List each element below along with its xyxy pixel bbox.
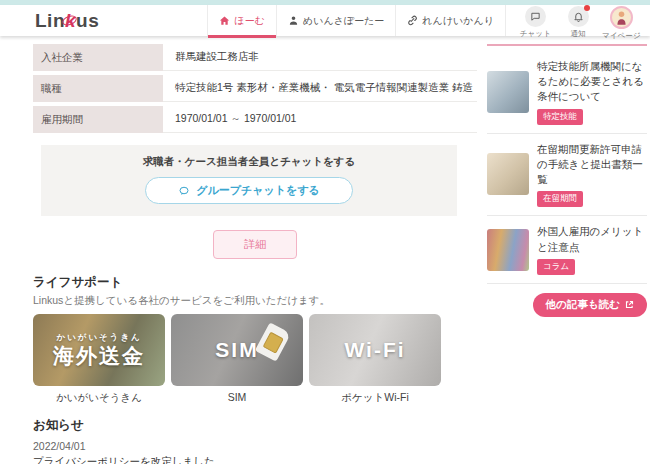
mypage-button[interactable]: マイページ <box>604 6 638 41</box>
row-value: 特定技能1号 素形材・産業機械・ 電気電子情報関連製造業 鋳造 <box>163 75 477 102</box>
notification-badge-dot <box>584 5 590 11</box>
nav-home-label: ほーむ <box>234 14 264 28</box>
more-articles-wrap: 他の記事も読む <box>487 293 647 317</box>
chat-bubble-icon <box>525 6 546 27</box>
page-body: 入社企業 群馬建設工務店非 職種 特定技能1号 素形材・産業機械・ 電気電子情報… <box>0 36 650 464</box>
card-caption: かいがいそうきん <box>33 391 165 405</box>
person-icon <box>288 15 299 26</box>
article-title: 外国人雇用のメリットと注意点 <box>537 224 647 254</box>
external-link-icon <box>625 300 634 309</box>
group-chat-button[interactable]: グループチャットをする <box>145 177 353 204</box>
card-sim[interactable]: SIM SIM <box>171 314 303 405</box>
card-pocket-wifi[interactable]: Wi-Fi ポケットWi-Fi <box>309 314 441 405</box>
card-caption: SIM <box>171 391 303 403</box>
table-row: 入社企業 群馬建設工務店非 <box>33 44 477 71</box>
more-articles-button[interactable]: 他の記事も読む <box>533 293 647 317</box>
card-overlay-large: 海外送金 <box>53 344 145 367</box>
article-thumbnail <box>487 229 529 271</box>
logo-k-swoosh: k <box>65 10 76 32</box>
header-icon-group: チャット 通知 マイページ <box>505 5 642 36</box>
sim-photo: SIM <box>171 314 303 386</box>
table-row: 職種 特定技能1号 素形材・産業機械・ 電気電子情報関連製造業 鋳造 <box>33 75 477 102</box>
mypage-label: マイページ <box>602 30 641 40</box>
sidebar: 特定技能所属機関になるために必要とされる条件について 特定技能 在留期間更新許可… <box>487 44 647 464</box>
nav-linkage-label: れんけいかんり <box>422 14 494 28</box>
main-nav: ほーむ めいんさぽーたー れんけいかんり チャット <box>207 5 642 36</box>
logo-text-lin: Lin <box>35 10 65 32</box>
card-overseas-remittance[interactable]: かいがいそうきん 海外送金 かいがいそうきん <box>33 314 165 405</box>
header: Linkus ほーむ めいんさぽーたー れんけいかんり <box>0 5 650 36</box>
profile-table: 入社企業 群馬建設工務店非 職種 特定技能1号 素形材・産業機械・ 電気電子情報… <box>33 44 477 133</box>
article-item[interactable]: 在留期間更新許可申請の手続きと提出書類一覧 在留期間 <box>487 134 647 217</box>
sim-card-icon <box>255 322 291 362</box>
news-date: 2022/04/01 <box>33 440 477 452</box>
table-row: 雇用期間 1970/01/01 ～ 1970/01/01 <box>33 106 477 133</box>
main-column: 入社企業 群馬建設工務店非 職種 特定技能1号 素形材・産業機械・ 電気電子情報… <box>10 44 477 464</box>
chat-section-caption: 求職者・ケース担当者全員とチャットをする <box>51 155 447 169</box>
wifi-photo: Wi-Fi <box>309 314 441 386</box>
nav-main-supporter[interactable]: めいんさぽーたー <box>276 5 395 36</box>
detail-button-wrap: 詳細 <box>33 230 477 259</box>
chat-section: 求職者・ケース担当者全員とチャットをする グループチャットをする <box>41 145 457 216</box>
card-overlay-large: Wi-Fi <box>344 338 405 361</box>
nav-main-supporter-label: めいんさぽーたー <box>303 14 384 28</box>
logo[interactable]: Linkus <box>35 10 99 32</box>
chat-label: チャット <box>519 28 550 38</box>
row-value: 群馬建設工務店非 <box>163 44 477 71</box>
service-cards: かいがいそうきん 海外送金 かいがいそうきん SIM SIM Wi-Fi ポケッ… <box>33 314 477 405</box>
news-title: お知らせ <box>33 417 477 434</box>
detail-button[interactable]: 詳細 <box>213 230 297 259</box>
article-item[interactable]: 特定技能所属機関になるために必要とされる条件について 特定技能 <box>487 51 647 134</box>
article-tag-badge: コラム <box>537 259 575 275</box>
chat-button[interactable]: チャット <box>518 6 552 39</box>
row-label: 雇用期間 <box>33 106 163 133</box>
life-support-title: ライフサポート <box>33 274 477 291</box>
news-body: プライバシーポリシーを改定しました。 <box>33 455 477 464</box>
row-label: 職種 <box>33 75 163 102</box>
row-label: 入社企業 <box>33 44 163 71</box>
article-thumbnail <box>487 71 529 113</box>
article-tag-badge: 在留期間 <box>537 191 583 207</box>
logo-text-us: us <box>76 10 99 32</box>
notification-button[interactable]: 通知 <box>561 6 595 39</box>
more-articles-label: 他の記事も読む <box>546 298 620 312</box>
notification-label: 通知 <box>570 28 585 38</box>
home-icon <box>219 15 230 26</box>
bell-icon <box>568 6 589 27</box>
card-overlay-small: かいがいそうきん <box>56 332 142 344</box>
chat-bubble-icon <box>178 185 190 197</box>
remittance-photo: かいがいそうきん 海外送金 <box>33 314 165 386</box>
row-value: 1970/01/01 ～ 1970/01/01 <box>163 106 477 133</box>
article-title: 特定技能所属機関になるために必要とされる条件について <box>537 59 647 105</box>
link-icon <box>407 15 418 26</box>
nav-home[interactable]: ほーむ <box>207 5 275 36</box>
avatar <box>610 6 633 29</box>
article-thumbnail <box>487 153 529 195</box>
article-title: 在留期間更新許可申請の手続きと提出書類一覧 <box>537 142 647 188</box>
article-item[interactable]: 外国人雇用のメリットと注意点 コラム <box>487 216 647 283</box>
life-support-subtitle: Linkusと提携している各社のサービスをご利用いただけます。 <box>33 294 477 308</box>
card-caption: ポケットWi-Fi <box>309 391 441 405</box>
group-chat-button-label: グループチャットをする <box>196 183 320 198</box>
article-tag-badge: 特定技能 <box>537 109 583 125</box>
card-overlay-large: SIM <box>215 338 258 361</box>
nav-linkage[interactable]: れんけいかんり <box>395 5 505 36</box>
